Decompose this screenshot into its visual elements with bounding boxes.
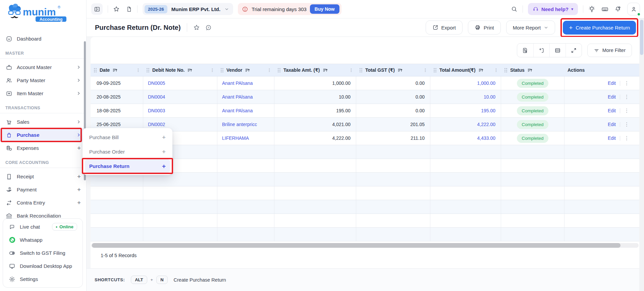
plus-icon[interactable]: + bbox=[77, 186, 81, 193]
table-row[interactable]: LIFERHAMA 4,222.00 211.10 4,433.00 Compl… bbox=[91, 131, 639, 145]
sidebar-item-item-master[interactable]: Item Master bbox=[0, 87, 86, 100]
total-amount-link[interactable]: 1,000.00 bbox=[477, 80, 496, 86]
settings-item[interactable]: Settings bbox=[4, 273, 82, 286]
vendor-link[interactable]: Briline anterpricc bbox=[222, 122, 257, 127]
sidebar-item-account-master[interactable]: Account Master bbox=[0, 61, 86, 74]
notification-bell-icon[interactable] bbox=[614, 6, 621, 12]
sort-icon[interactable] bbox=[187, 68, 192, 73]
sort-icon[interactable] bbox=[323, 68, 328, 73]
vertical-scrollbar-thumb[interactable] bbox=[640, 20, 643, 55]
row-menu-icon[interactable]: ⋮ bbox=[624, 80, 629, 86]
column-menu-icon[interactable]: ⋮ bbox=[136, 67, 141, 73]
row-menu-icon[interactable]: ⋮ bbox=[624, 94, 629, 100]
drag-handle-icon[interactable] bbox=[277, 68, 281, 73]
column-menu-icon[interactable]: ⋮ bbox=[267, 67, 272, 73]
whatsapp-item[interactable]: Whatsapp bbox=[4, 233, 82, 246]
plus-icon[interactable]: + bbox=[77, 145, 81, 151]
add-column-icon[interactable] bbox=[533, 44, 549, 57]
submenu-item-purchase-bill[interactable]: Purchase Bill + bbox=[85, 130, 170, 144]
drag-handle-icon[interactable] bbox=[94, 68, 97, 73]
debit-note-link[interactable]: DN0003 bbox=[148, 108, 165, 113]
column-menu-icon[interactable]: ⋮ bbox=[349, 67, 354, 73]
row-density-icon[interactable] bbox=[549, 44, 566, 57]
plus-icon[interactable]: + bbox=[162, 163, 166, 169]
debit-note-link[interactable]: DN0005 bbox=[148, 80, 165, 86]
drag-handle-icon[interactable] bbox=[220, 68, 224, 73]
keyboard-icon[interactable] bbox=[601, 6, 608, 13]
horizontal-scrollbar-thumb[interactable] bbox=[92, 243, 621, 248]
more-report-button[interactable]: More Report bbox=[506, 20, 555, 35]
edit-link[interactable]: Edit bbox=[608, 94, 616, 100]
table-row[interactable]: 25-06-2025 DN0002 Briline anterpricc 4,0… bbox=[91, 118, 639, 131]
sidebar-item-sales[interactable]: Sales bbox=[0, 115, 86, 128]
plus-icon[interactable]: + bbox=[77, 199, 81, 206]
print-button[interactable]: Print bbox=[468, 20, 501, 35]
help-bubble-icon[interactable]: ? bbox=[205, 24, 212, 31]
report-search-icon[interactable] bbox=[517, 44, 533, 57]
row-menu-icon[interactable]: ⋮ bbox=[624, 121, 629, 127]
sidebar-item-party-master[interactable]: Party Master bbox=[0, 74, 86, 87]
drag-handle-icon[interactable] bbox=[433, 68, 437, 73]
sort-icon[interactable] bbox=[245, 68, 250, 73]
vendor-link[interactable]: LIFERHAMA bbox=[222, 135, 249, 141]
edit-link[interactable]: Edit bbox=[608, 80, 616, 86]
total-amount-link[interactable]: 4,222.00 bbox=[477, 122, 496, 127]
submenu-item-purchase-return[interactable]: Purchase Return + bbox=[85, 159, 170, 173]
more-filter-button[interactable]: More Filter bbox=[587, 44, 632, 57]
plus-icon[interactable]: + bbox=[162, 134, 166, 140]
vendor-link[interactable]: Anant PAlsana bbox=[222, 94, 253, 100]
vendor-link[interactable]: Anant PAlsana bbox=[222, 108, 253, 113]
plus-icon[interactable]: + bbox=[162, 149, 166, 155]
total-amount-link[interactable]: 4,433.00 bbox=[477, 135, 496, 141]
plus-icon[interactable]: + bbox=[77, 173, 81, 180]
brand-tagline: Accounting bbox=[40, 17, 63, 22]
favorite-star-icon[interactable] bbox=[113, 6, 120, 12]
profile-button[interactable] bbox=[627, 3, 640, 15]
drag-handle-icon[interactable] bbox=[504, 68, 507, 73]
sidebar-item-receipt[interactable]: Receipt + bbox=[0, 170, 86, 183]
edit-link[interactable]: Edit bbox=[608, 108, 616, 113]
sort-icon[interactable] bbox=[112, 68, 117, 73]
download-desktop-item[interactable]: Download Desktop App bbox=[4, 259, 82, 273]
fullscreen-icon[interactable] bbox=[566, 44, 582, 57]
column-menu-icon[interactable]: ⋮ bbox=[423, 67, 428, 73]
company-selector[interactable]: 2025-26 Munim ERP Pvt. Ltd. bbox=[143, 3, 233, 15]
drag-handle-icon[interactable] bbox=[146, 68, 150, 73]
export-button[interactable]: Export bbox=[426, 20, 463, 35]
row-menu-icon[interactable]: ⋮ bbox=[624, 108, 629, 114]
whats-new-bulb-icon[interactable] bbox=[588, 6, 595, 13]
sort-icon[interactable] bbox=[478, 68, 483, 73]
column-menu-icon[interactable]: ⋮ bbox=[210, 67, 215, 73]
table-row[interactable]: 09-09-2025 DN0005 Anant PAlsana 1,000.00… bbox=[91, 76, 639, 90]
create-purchase-return-button[interactable]: + Create Purchase Return bbox=[563, 21, 636, 35]
switch-gst-item[interactable]: Switch to GST Filing bbox=[4, 246, 82, 259]
search-icon[interactable] bbox=[511, 6, 518, 12]
sidebar-item-purchase[interactable]: Purchase bbox=[0, 128, 86, 141]
sort-icon[interactable] bbox=[527, 68, 532, 73]
buy-now-button[interactable]: Buy Now bbox=[310, 4, 339, 14]
total-amount-link[interactable]: 195.00 bbox=[481, 108, 495, 113]
edit-link[interactable]: Edit bbox=[608, 122, 616, 127]
sidebar-item-contra-entry[interactable]: Contra Entry + bbox=[0, 196, 86, 209]
table-row[interactable]: 18-08-2025 DN0003 Anant PAlsana 195.00 0… bbox=[91, 104, 639, 118]
row-menu-icon[interactable]: ⋮ bbox=[624, 135, 629, 141]
table-row[interactable]: 20-08-2025 DN0004 Anant PAlsana 10.00 0.… bbox=[91, 90, 639, 104]
sidebar-item-dashboard[interactable]: Dashboard bbox=[0, 32, 86, 45]
total-amount-link[interactable]: 10.00 bbox=[484, 94, 495, 100]
column-menu-icon[interactable]: ⋮ bbox=[494, 67, 498, 73]
sidebar-collapse-button[interactable] bbox=[91, 3, 103, 15]
debit-note-link[interactable]: DN0004 bbox=[148, 94, 165, 100]
vendor-link[interactable]: Anant PAlsana bbox=[222, 80, 253, 86]
live-chat-item[interactable]: Live chat •Online bbox=[4, 220, 82, 233]
edit-link[interactable]: Edit bbox=[608, 135, 616, 141]
submenu-item-purchase-order[interactable]: Purchase Order + bbox=[85, 145, 170, 158]
sort-icon[interactable] bbox=[397, 68, 402, 73]
sidebar-item-expenses[interactable]: Expenses + bbox=[0, 141, 86, 155]
debit-note-link[interactable]: DN0002 bbox=[148, 122, 165, 127]
munim-logo[interactable]: munim ® Accounting bbox=[0, 0, 86, 23]
need-help-button[interactable]: Need help? ▾ bbox=[528, 3, 578, 15]
drag-handle-icon[interactable] bbox=[359, 68, 363, 73]
sidebar-item-payment[interactable]: Payment + bbox=[0, 183, 86, 196]
document-icon[interactable] bbox=[126, 6, 132, 12]
favorite-page-star-icon[interactable] bbox=[193, 24, 200, 31]
